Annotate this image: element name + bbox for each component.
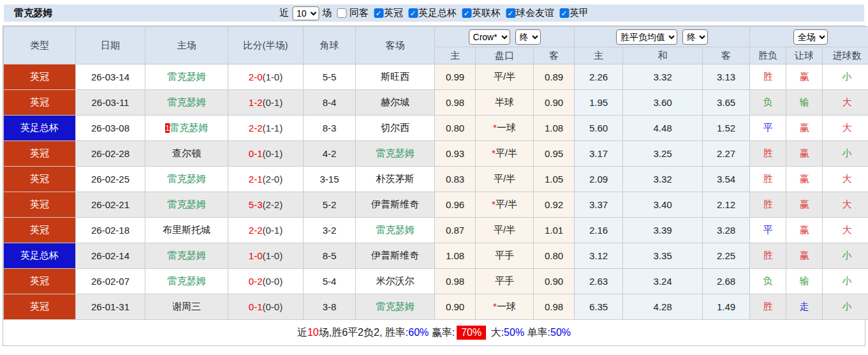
stats-text: 单率: [524, 326, 550, 340]
avg-away-cell: 1.52 [703, 116, 750, 141]
result-cell: 胜 [750, 192, 786, 218]
result-cell: 胜 [750, 64, 786, 90]
handicap-name: 一球 [497, 301, 516, 312]
handicap-cell: 平手 [476, 243, 534, 269]
home-team: 雷克瑟姆 [145, 90, 228, 116]
handicap-name: 平/半 [496, 199, 517, 209]
league-checkbox-3[interactable]: ✓ [506, 8, 515, 18]
sub-col-odds-home: 主 [435, 47, 476, 64]
league-checkbox-1[interactable]: ✓ [408, 8, 418, 18]
result-value: 胜 [763, 147, 773, 158]
stats-text: 大: [488, 326, 504, 340]
avg-draw-cell: 3.39 [623, 218, 703, 243]
goals-value: 小 [842, 301, 852, 312]
league-label-4: 英甲 [570, 7, 589, 19]
league-checkbox-0[interactable]: ✓ [374, 8, 383, 18]
handicap-cell: *平/半 [476, 192, 534, 218]
stats-text: 场,胜6平2负2, 胜率: [319, 326, 408, 340]
goals-cell: 大 [823, 116, 868, 141]
away-team: 雷克瑟姆 [356, 218, 435, 243]
scope-select[interactable]: 全场 [793, 29, 828, 45]
goals-cell: 大 [823, 167, 868, 192]
avg-away-cell: 2.12 [703, 192, 750, 218]
league-checkbox-4[interactable]: ✓ [559, 8, 569, 18]
away-team-name: 雷克瑟姆 [376, 224, 415, 235]
home-team: 雷克瑟姆 [145, 243, 228, 269]
result-cell: 平 [750, 116, 786, 141]
home-team: 查尔顿 [145, 141, 228, 167]
result-value: 平 [763, 122, 773, 133]
result-value: 胜 [763, 199, 773, 209]
table-row: 英足总杯 26-02-14 雷克瑟姆 1-0(1-0) 8-5 伊普斯维奇 1.… [4, 243, 868, 269]
avg-draw-cell: 3.35 [623, 243, 703, 269]
home-team-name: 雷克瑟姆 [168, 199, 206, 209]
goals-cell: 小 [823, 64, 868, 90]
home-team: 雷克瑟姆 [145, 269, 228, 294]
sub-col-avg-home: 主 [575, 47, 623, 64]
corners-cell: 8-5 [304, 243, 356, 269]
result-value: 胜 [763, 250, 773, 261]
home-odds-cell: 0.98 [435, 269, 476, 294]
goals-value: 大 [842, 199, 852, 209]
avg-away-cell: 3.13 [703, 64, 750, 90]
away-team: 雷克瑟姆 [356, 141, 435, 167]
avg-time-select[interactable]: 终 [682, 29, 708, 45]
fulltime-score: 2-0 [249, 72, 263, 82]
table-row: 英冠 26-02-07 雷克瑟姆 0-2(0-0) 5-4 米尔沃尔 0.98 … [4, 269, 868, 294]
avg-type-select[interactable]: 胜平负均值 [616, 29, 677, 45]
halftime-score: (1-1) [263, 123, 283, 133]
odds-company-select[interactable]: Crow* [469, 29, 510, 45]
odds-group-header: Crow* 终 [435, 27, 575, 47]
result-cell: 胜 [750, 243, 786, 269]
top-filter-bar: 雷克瑟姆 近 10 场 ✓ 同客 ✓ 英冠 ✓ 英足总杯 ✓ 英联杯 [4, 4, 864, 22]
avg-away-cell: 3.54 [703, 167, 750, 192]
fulltime-score: 2-2 [249, 123, 263, 133]
team-title: 雷克瑟姆 [14, 7, 52, 19]
halftime-score: (2-2) [263, 199, 283, 210]
col-type: 类型 [4, 27, 76, 64]
away-odds-cell: 1.05 [534, 167, 575, 192]
same-venue-checkbox[interactable]: ✓ [337, 8, 346, 18]
result-cell: 胜 [750, 294, 786, 320]
stats-recent-count: 10 [307, 327, 319, 338]
away-odds-cell: 1.08 [534, 116, 575, 141]
handicap-cell: 平/半 [476, 64, 534, 90]
corners-cell: 5-5 [304, 64, 356, 90]
match-date: 26-02-18 [76, 218, 145, 243]
handicap-name: 一球 [497, 122, 516, 133]
handicap-result-cell: 赢 [786, 64, 823, 90]
handicap-name: 平手 [495, 250, 514, 261]
stats-over-rate: 50% [504, 327, 524, 338]
avg-away-cell: 2.25 [703, 243, 750, 269]
away-odds-cell: 0.92 [534, 192, 575, 218]
handicap-name: 平/半 [494, 173, 515, 184]
league-badge: 英冠 [4, 141, 76, 167]
avg-draw-cell: 3.25 [623, 141, 703, 167]
score-cell: 0-2(0-0) [228, 269, 304, 294]
away-team: 斯旺西 [356, 64, 435, 90]
avg-draw-cell: 3.60 [623, 90, 703, 116]
recent-count-select[interactable]: 10 [292, 6, 319, 20]
handicap-result-cell: 输 [786, 90, 823, 116]
match-date: 26-02-14 [76, 243, 145, 269]
match-date: 26-02-21 [76, 192, 145, 218]
league-label-3: 球会友谊 [516, 7, 554, 19]
avg-home-cell: 3.37 [575, 192, 623, 218]
home-team-name: 雷克瑟姆 [170, 122, 208, 133]
result-cell: 胜 [750, 167, 786, 192]
halftime-score: (0-1) [263, 225, 283, 236]
avg-home-cell: 3.12 [575, 243, 623, 269]
league-checkbox-2[interactable]: ✓ [462, 8, 471, 18]
goals-cell: 小 [823, 269, 868, 294]
col-home: 主场 [145, 27, 228, 64]
odds-time-select[interactable]: 终 [515, 29, 541, 45]
away-team-name: 雷克瑟姆 [376, 301, 415, 312]
corners-cell: 3-15 [304, 167, 356, 192]
avg-group-header: 胜平负均值 终 [575, 27, 750, 47]
halftime-score: (2-0) [263, 174, 283, 185]
filters: 近 10 场 ✓ 同客 ✓ 英冠 ✓ 英足总杯 ✓ 英联杯 ✓ [279, 6, 589, 20]
matches-table: 类型 日期 主场 比分(半场) 角球 客场 Crow* 终 [3, 26, 868, 320]
col-score: 比分(半场) [228, 27, 304, 64]
league-badge: 英冠 [4, 90, 76, 116]
table-row: 英冠 26-02-28 查尔顿 0-1(0-1) 4-2 雷克瑟姆 0.93 *… [4, 141, 868, 167]
